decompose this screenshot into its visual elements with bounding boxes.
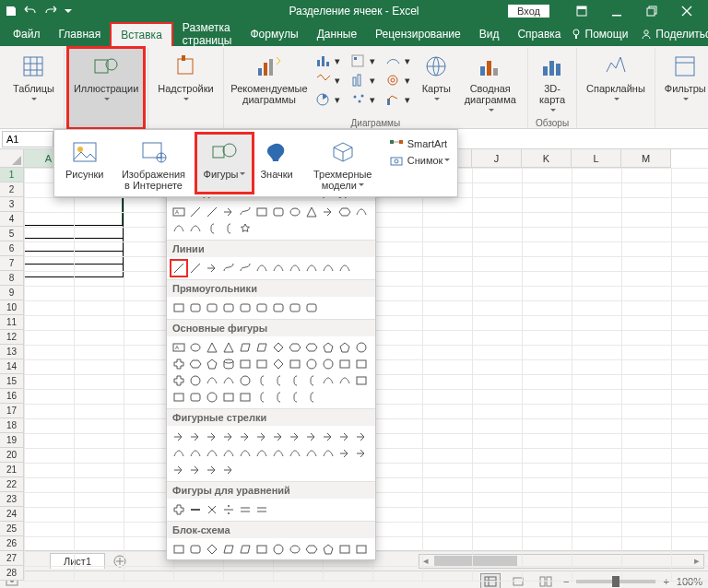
shape-arrows-grid-23[interactable]	[353, 445, 370, 462]
restore-icon[interactable]	[636, 0, 667, 22]
shape-basic-grid-43[interactable]	[287, 389, 303, 406]
signin-button[interactable]: Вход	[508, 5, 549, 18]
shape-flow-grid-3[interactable]	[220, 541, 237, 558]
share-button[interactable]: Поделиться	[641, 28, 708, 41]
shape-recent-grid-15[interactable]	[220, 220, 237, 237]
qat-customize-icon[interactable]	[65, 7, 72, 15]
shape-recent-grid-16[interactable]	[237, 220, 254, 237]
shape-arrows-grid-7[interactable]	[287, 429, 303, 445]
3dmodels-button[interactable]: Трехмерные модели	[301, 134, 385, 193]
chart-stats-icon[interactable]: ▾	[348, 71, 379, 89]
shape-basic-grid-38[interactable]	[204, 389, 220, 406]
shape-flow-grid-15[interactable]	[220, 558, 237, 560]
shape-flow-grid-1[interactable]	[187, 541, 204, 558]
row-header[interactable]: 2	[0, 182, 24, 197]
row-header[interactable]: 20	[0, 448, 24, 463]
shape-eq-grid-1[interactable]	[187, 501, 204, 518]
shape-basic-grid-8[interactable]	[303, 339, 320, 356]
row-header[interactable]: 4	[0, 212, 24, 227]
shape-basic-grid-26[interactable]	[204, 372, 220, 389]
shape-recent-grid-2[interactable]	[204, 204, 220, 220]
shape-basic-grid-6[interactable]	[270, 339, 287, 356]
shape-basic-grid-13[interactable]	[187, 356, 204, 372]
save-icon[interactable]	[6, 6, 17, 17]
shape-lines-grid-9[interactable]	[320, 260, 336, 276]
shape-recent-grid-6[interactable]	[270, 204, 287, 220]
tables-button[interactable]: Таблицы	[7, 48, 60, 128]
row-header[interactable]: 3	[0, 197, 24, 212]
shape-arrows-grid-18[interactable]	[270, 445, 287, 462]
row-header[interactable]: 18	[0, 418, 24, 433]
shape-recent-grid-10[interactable]	[336, 204, 353, 220]
shape-flow-grid-23[interactable]	[353, 558, 370, 560]
shape-arrows-grid-0[interactable]	[171, 429, 187, 445]
column-header[interactable]: L	[572, 149, 621, 168]
shape-flow-grid-6[interactable]	[270, 541, 287, 558]
column-header[interactable]: K	[522, 149, 572, 168]
row-header[interactable]: 10	[0, 300, 24, 315]
minimize-icon[interactable]	[601, 0, 632, 22]
shape-basic-grid-14[interactable]	[204, 356, 220, 372]
row-header[interactable]: 5	[0, 227, 24, 241]
shape-basic-grid-18[interactable]	[270, 356, 287, 372]
row-header[interactable]: 14	[0, 359, 24, 374]
shape-basic-grid-41[interactable]	[254, 389, 270, 406]
3dmap-button[interactable]: 3D-карта	[532, 48, 572, 116]
shape-basic-grid-21[interactable]	[320, 356, 336, 372]
shape-arrows-grid-5[interactable]	[254, 429, 270, 445]
shape-basic-grid-1[interactable]	[187, 339, 204, 356]
row-header[interactable]: 27	[0, 551, 24, 566]
shape-eq-grid-3[interactable]	[220, 501, 237, 518]
name-box[interactable]	[2, 131, 53, 147]
shape-flow-grid-10[interactable]	[336, 541, 353, 558]
shape-basic-grid-24[interactable]	[171, 372, 187, 389]
shape-basic-grid-23[interactable]	[353, 356, 370, 372]
shape-flow-grid-7[interactable]	[287, 541, 303, 558]
icons-button[interactable]: Значки	[253, 134, 300, 193]
tab-review[interactable]: Рецензирование	[366, 22, 470, 46]
shape-arrows-grid-14[interactable]	[204, 445, 220, 462]
filters-button[interactable]: Фильтры	[659, 48, 708, 128]
chart-hierarchy-icon[interactable]: ▾	[313, 71, 344, 89]
shape-basic-grid-29[interactable]	[254, 372, 270, 389]
shape-recent-grid-0[interactable]: A	[171, 204, 187, 220]
shape-flow-grid-16[interactable]	[237, 558, 254, 560]
row-header[interactable]: 28	[0, 566, 24, 581]
shape-basic-grid-28[interactable]	[237, 372, 254, 389]
row-header[interactable]: 13	[0, 345, 24, 359]
shape-lines-grid-4[interactable]	[237, 260, 254, 276]
shape-basic-grid-3[interactable]	[220, 339, 237, 356]
row-header[interactable]: 15	[0, 374, 24, 389]
row-header[interactable]: 12	[0, 330, 24, 345]
shape-arrows-grid-16[interactable]	[237, 445, 254, 462]
shape-basic-grid-40[interactable]	[237, 389, 254, 406]
tab-help[interactable]: Справка	[508, 22, 570, 46]
shape-basic-grid-11[interactable]	[353, 339, 370, 356]
shape-arrows-grid-11[interactable]	[353, 429, 370, 445]
row-header[interactable]: 1	[0, 168, 24, 182]
chart-map-icon[interactable]: ▾	[383, 52, 414, 70]
shape-recent-grid-7[interactable]	[287, 204, 303, 220]
shape-rects-grid-2[interactable]	[204, 300, 220, 316]
pictures-button[interactable]: Рисунки	[58, 134, 112, 193]
undo-icon[interactable]	[24, 6, 37, 17]
shape-basic-grid-16[interactable]	[237, 356, 254, 372]
shape-arrows-grid-19[interactable]	[287, 445, 303, 462]
shape-arrows-grid-22[interactable]	[336, 445, 353, 462]
shape-flow-grid-0[interactable]	[171, 541, 187, 558]
shape-arrows-grid-12[interactable]	[171, 445, 187, 462]
chart-scatter-icon[interactable]: ▾	[348, 90, 379, 109]
shape-recent-grid-5[interactable]	[254, 204, 270, 220]
shape-recent-grid-14[interactable]	[204, 220, 220, 237]
sparklines-button[interactable]: Спарклайны	[581, 48, 651, 128]
shape-flow-grid-18[interactable]	[270, 558, 287, 560]
tab-layout[interactable]: Разметка страницы	[173, 22, 242, 46]
shape-arrows-grid-9[interactable]	[320, 429, 336, 445]
shape-lines-grid-0[interactable]	[171, 260, 187, 276]
shape-arrows-grid-27[interactable]	[220, 462, 237, 478]
maps-button[interactable]: Карты	[416, 48, 456, 116]
shape-basic-grid-31[interactable]	[287, 372, 303, 389]
tab-insert[interactable]: Вставка	[110, 22, 173, 46]
shape-arrows-grid-2[interactable]	[204, 429, 220, 445]
shape-recent-grid-3[interactable]	[220, 204, 237, 220]
